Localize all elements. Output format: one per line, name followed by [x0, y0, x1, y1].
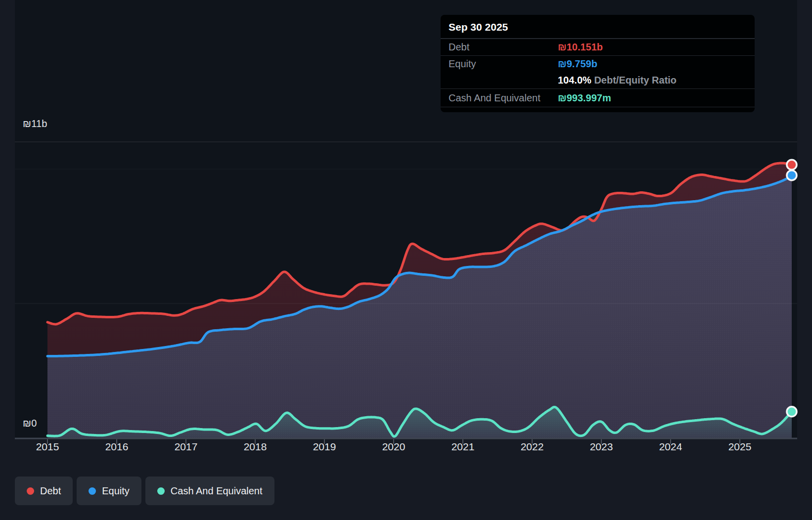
x-axis-label-2024: 2024 — [648, 441, 693, 453]
legend-item-cash[interactable]: Cash And Equivalent — [145, 477, 274, 505]
tooltip-ratio: 104.0% Debt/Equity Ratio — [558, 75, 747, 86]
debt-endpoint-marker — [787, 160, 797, 170]
tooltip-row-cash: Cash And Equivalent ₪993.997m — [441, 88, 755, 107]
legend-debt-label: Debt — [40, 485, 61, 497]
tooltip-ratio-label: Debt/Equity Ratio — [594, 75, 677, 86]
legend-item-debt[interactable]: Debt — [15, 477, 73, 505]
y-axis-label-11b: ₪11b — [23, 118, 47, 130]
tooltip-cash-value: ₪993.997m — [558, 92, 747, 104]
tooltip-date: Sep 30 2025 — [441, 15, 755, 39]
chart-tooltip: Sep 30 2025 Debt ₪10.151b Equity ₪9.759b… — [441, 15, 755, 112]
equity-legend-dot-icon — [89, 487, 96, 495]
x-axis-label-2023: 2023 — [579, 441, 624, 453]
cash-endpoint-marker — [787, 407, 797, 417]
chart-legend: Debt Equity Cash And Equivalent — [15, 477, 274, 505]
debt-legend-dot-icon — [27, 487, 34, 495]
x-axis-label-2025: 2025 — [718, 441, 762, 453]
x-axis-label-2019: 2019 — [302, 441, 347, 453]
tooltip-row-debt: Debt ₪10.151b — [441, 39, 755, 55]
legend-cash-label: Cash And Equivalent — [171, 485, 263, 497]
tooltip-ratio-value: 104.0% — [558, 75, 591, 86]
cash-legend-dot-icon — [157, 487, 165, 495]
x-axis-label-2016: 2016 — [94, 441, 139, 453]
x-axis-label-2015: 2015 — [25, 441, 70, 453]
x-axis-label-2021: 2021 — [441, 441, 485, 453]
legend-item-equity[interactable]: Equity — [77, 477, 141, 505]
x-axis-label-2018: 2018 — [233, 441, 277, 453]
legend-equity-label: Equity — [102, 485, 130, 497]
tooltip-equity-value: ₪9.759b — [558, 58, 747, 70]
tooltip-debt-value: ₪10.151b — [558, 42, 747, 53]
y-axis-label-0: ₪0 — [23, 418, 37, 429]
x-axis-label-2017: 2017 — [164, 441, 208, 453]
tooltip-cash-label: Cash And Equivalent — [449, 92, 558, 104]
equity-endpoint-marker — [787, 171, 797, 180]
tooltip-row-ratio: 104.0% Debt/Equity Ratio — [441, 72, 755, 88]
x-axis-label-2020: 2020 — [371, 441, 416, 453]
tooltip-equity-label: Equity — [449, 58, 558, 70]
x-axis-label-2022: 2022 — [510, 441, 554, 453]
tooltip-debt-label: Debt — [449, 42, 558, 53]
tooltip-row-equity: Equity ₪9.759b — [441, 55, 755, 72]
